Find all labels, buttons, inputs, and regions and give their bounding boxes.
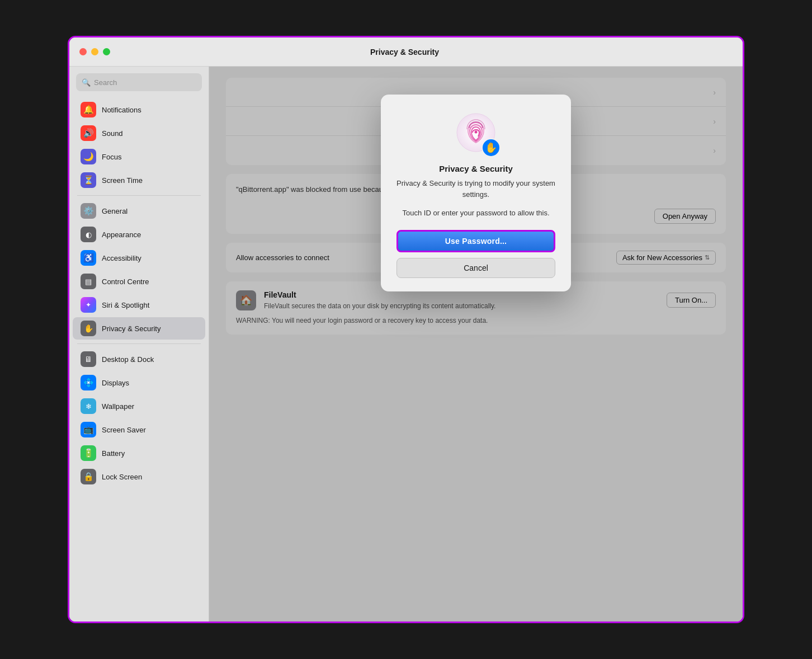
search-bar[interactable]: 🔍 Search xyxy=(76,73,202,91)
dialog-sub: Touch ID or enter your password to allow… xyxy=(402,208,549,219)
appearance-icon: ◐ xyxy=(81,227,96,242)
sidebar-item-controlcentre[interactable]: ▤ Control Centre xyxy=(73,270,205,293)
main-window: Privacy & Security 🔍 Search 🔔 Notificati… xyxy=(68,36,744,623)
dialog-icon-wrap: ✋ xyxy=(454,110,498,155)
sidebar-label-lockscreen: Lock Screen xyxy=(102,473,142,481)
sidebar-item-accessibility[interactable]: ♿ Accessibility xyxy=(73,247,205,269)
focus-icon: 🌙 xyxy=(81,149,96,164)
screentime-icon: ⏳ xyxy=(81,172,96,188)
cancel-button[interactable]: Cancel xyxy=(396,258,555,278)
wallpaper-icon: ❄ xyxy=(81,398,96,414)
controlcentre-icon: ▤ xyxy=(81,274,96,289)
sidebar-divider-1 xyxy=(77,195,201,196)
sidebar-item-battery[interactable]: 🔋 Battery xyxy=(73,442,205,464)
sidebar-item-displays[interactable]: 💠 Displays xyxy=(73,371,205,394)
auth-dialog: ✋ Privacy & Security Privacy & Security … xyxy=(381,95,571,291)
sidebar-label-notifications: Notifications xyxy=(102,106,141,114)
sidebar-label-focus: Focus xyxy=(102,153,121,161)
battery-icon: 🔋 xyxy=(81,445,96,461)
main-content: › › › "qBittorrent.app" was blocked from… xyxy=(209,67,743,622)
dialog-title: Privacy & Security xyxy=(439,164,513,173)
svg-point-1 xyxy=(475,131,478,134)
hand-badge-icon: ✋ xyxy=(481,138,501,157)
screensaver-icon: 📺 xyxy=(81,422,96,437)
sidebar-label-desktop: Desktop & Dock xyxy=(102,355,154,364)
title-bar: Privacy & Security xyxy=(69,37,743,67)
sidebar-label-general: General xyxy=(102,207,128,215)
sidebar-label-accessibility: Accessibility xyxy=(102,254,141,262)
privacy-icon: ✋ xyxy=(81,321,96,336)
sidebar-label-appearance: Appearance xyxy=(102,230,141,239)
search-icon: 🔍 xyxy=(82,78,91,87)
general-icon: ⚙️ xyxy=(81,203,96,219)
sidebar-item-desktop[interactable]: 🖥 Desktop & Dock xyxy=(73,348,205,370)
sidebar-label-screentime: Screen Time xyxy=(102,176,143,185)
window-title: Privacy & Security xyxy=(77,48,733,57)
sidebar-item-focus[interactable]: 🌙 Focus xyxy=(73,145,205,168)
sidebar-item-screensaver[interactable]: 📺 Screen Saver xyxy=(73,418,205,441)
sidebar-label-battery: Battery xyxy=(102,449,125,458)
lockscreen-icon: 🔒 xyxy=(81,469,96,484)
desktop-icon: 🖥 xyxy=(81,351,96,367)
sidebar-item-privacy[interactable]: ✋ Privacy & Security xyxy=(73,317,205,340)
accessibility-icon: ♿ xyxy=(81,250,96,266)
sidebar-item-siri[interactable]: ✦ Siri & Spotlight xyxy=(73,294,205,316)
dialog-body: Privacy & Security is trying to modify y… xyxy=(396,178,555,200)
sidebar-item-notifications[interactable]: 🔔 Notifications xyxy=(73,98,205,121)
dialog-overlay: ✋ Privacy & Security Privacy & Security … xyxy=(209,67,743,622)
use-password-button[interactable]: Use Password... xyxy=(396,230,555,252)
sidebar-divider-2 xyxy=(77,343,201,344)
sidebar-label-controlcentre: Control Centre xyxy=(102,277,149,286)
notifications-icon: 🔔 xyxy=(81,102,96,117)
sidebar-item-sound[interactable]: 🔊 Sound xyxy=(73,122,205,144)
displays-icon: 💠 xyxy=(81,375,96,390)
sidebar-item-appearance[interactable]: ◐ Appearance xyxy=(73,223,205,246)
sidebar-label-screensaver: Screen Saver xyxy=(102,426,146,434)
sidebar-item-lockscreen[interactable]: 🔒 Lock Screen xyxy=(73,465,205,488)
window-body: 🔍 Search 🔔 Notifications 🔊 Sound 🌙 Focus… xyxy=(69,67,743,622)
search-placeholder: Search xyxy=(94,78,117,87)
sidebar-item-wallpaper[interactable]: ❄ Wallpaper xyxy=(73,395,205,417)
sidebar-label-sound: Sound xyxy=(102,129,123,138)
sidebar-item-general[interactable]: ⚙️ General xyxy=(73,200,205,222)
sidebar-label-displays: Displays xyxy=(102,379,129,387)
sidebar-item-screentime[interactable]: ⏳ Screen Time xyxy=(73,169,205,191)
sidebar-label-siri: Siri & Spotlight xyxy=(102,301,149,309)
sidebar-label-wallpaper: Wallpaper xyxy=(102,402,134,411)
sidebar-label-privacy: Privacy & Security xyxy=(102,324,160,333)
sound-icon: 🔊 xyxy=(81,125,96,141)
siri-icon: ✦ xyxy=(81,297,96,313)
sidebar: 🔍 Search 🔔 Notifications 🔊 Sound 🌙 Focus… xyxy=(69,67,209,622)
